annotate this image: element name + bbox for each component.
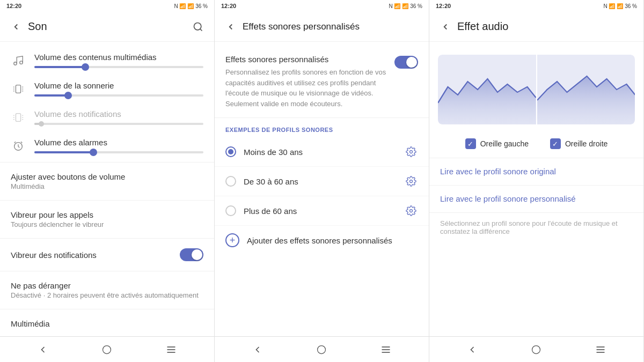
panel-header-3: Effet audio (429, 12, 643, 42)
signal-icons-1: N 📶 📶 (174, 3, 194, 9)
status-time-2: 12:20 (221, 3, 236, 9)
profile-30a60[interactable]: De 30 à 60 ans (215, 167, 429, 196)
svg-point-2 (14, 62, 17, 65)
add-label: Ajouter des effets sonores personnalisés (247, 236, 392, 245)
volume-alarmes-slider[interactable] (34, 151, 203, 153)
effets-description: Effets sonores personnalisés Personnalis… (215, 46, 429, 118)
svg-rect-11 (16, 113, 20, 121)
svg-marker-32 (438, 79, 536, 124)
volume-sonnerie-slider[interactable] (34, 94, 203, 97)
svg-line-19 (14, 142, 16, 143)
svg-point-27 (410, 210, 413, 212)
vibreur-notifications-toggle[interactable] (180, 248, 203, 261)
gear-plus60-icon[interactable] (404, 204, 418, 218)
status-bar-1: 12:20 N 📶 📶 36 % (0, 0, 214, 12)
svg-line-20 (21, 142, 22, 143)
gear-30a60-icon[interactable] (404, 174, 418, 188)
svg-point-26 (410, 180, 413, 183)
add-circle-icon[interactable]: + (225, 233, 239, 247)
svg-point-3 (20, 61, 23, 64)
effets-title: Effets sonores personnalisés (225, 55, 388, 64)
nav-back-1[interactable] (33, 340, 53, 359)
page-title-effets: Effets sonores personnalisés (243, 21, 420, 32)
battery-3: 36 % (625, 3, 637, 9)
status-right-3: N 📶 📶 36 % (603, 3, 637, 9)
ear-right-item[interactable]: ✓ Oreille droite (550, 138, 608, 149)
ajuster-title: Ajuster avec boutons de volume (11, 172, 203, 181)
panel-content-3: ✓ Oreille gauche ✓ Oreille droite Lire a… (429, 42, 643, 336)
volume-multimedia-slider[interactable] (34, 66, 203, 68)
nav-menu-1[interactable] (162, 340, 181, 359)
link-personnalise-text[interactable]: Lire avec le profil sonore personnalisé (440, 194, 576, 203)
profile-moins30-left: Moins de 30 ans (225, 146, 303, 157)
add-effets[interactable]: + Ajouter des effets sonores personnalis… (215, 226, 429, 255)
svg-line-1 (200, 28, 202, 31)
hint-text: Sélectionnez un profil sonore pour l'éco… (429, 212, 643, 242)
back-button-2[interactable] (223, 19, 238, 34)
volume-sonnerie-label: Volume de la sonnerie (34, 81, 203, 90)
effets-desc-text-block: Effets sonores personnalisés Personnalis… (225, 55, 388, 109)
volume-multimedia-controls: Volume des contenus multimédias (34, 53, 203, 68)
nav-home-2[interactable] (312, 340, 331, 359)
divider-3 (0, 238, 214, 239)
profile-plus60[interactable]: Plus de 60 ans (215, 196, 429, 226)
status-bar-3: 12:20 N 📶 📶 36 % (429, 0, 643, 12)
settings-multimedia-bottom[interactable]: Multimédia (0, 312, 214, 336)
volume-multimedia: Volume des contenus multimédias (0, 46, 214, 75)
profile-30a60-left: De 30 à 60 ans (225, 176, 298, 187)
divider-4 (0, 271, 214, 271)
svg-point-21 (103, 345, 111, 353)
gear-moins30-icon[interactable] (404, 145, 418, 159)
svg-point-0 (194, 23, 201, 29)
settings-vibreur-appels[interactable]: Vibreur pour les appels Toujours déclenc… (0, 203, 214, 236)
profile-moins30[interactable]: Moins de 30 ans (215, 137, 429, 167)
nav-back-2[interactable] (248, 340, 267, 359)
ne-pas-deranger-title: Ne pas déranger (11, 281, 203, 290)
ear-left-item[interactable]: ✓ Oreille gauche (465, 138, 529, 149)
volume-notifications-label: Volume des notifications (34, 109, 203, 119)
ear-checkboxes: ✓ Oreille gauche ✓ Oreille droite (429, 133, 643, 158)
bell-icon (11, 110, 26, 125)
ear-left-checkbox[interactable]: ✓ (465, 138, 476, 149)
search-button[interactable] (191, 19, 206, 34)
link-original[interactable]: Lire avec le profil sonore original (429, 158, 643, 185)
radio-plus60[interactable] (225, 205, 236, 216)
ear-right-checkbox[interactable]: ✓ (550, 138, 561, 149)
radio-moins30[interactable] (225, 146, 236, 157)
chart-right (537, 55, 635, 124)
nav-menu-2[interactable] (376, 340, 396, 359)
vibreur-appels-sub: Toujours déclencher le vibreur (11, 220, 203, 228)
settings-ajuster[interactable]: Ajuster avec boutons de volume Multimédi… (0, 165, 214, 198)
radio-30a60[interactable] (225, 176, 236, 187)
panel-content-2: Effets sonores personnalisés Personnalis… (215, 42, 429, 336)
svg-point-28 (318, 345, 326, 353)
panel-header-2: Effets sonores personnalisés (215, 12, 429, 42)
settings-ne-pas-deranger[interactable]: Ne pas déranger Désactivé · 2 horaires p… (0, 274, 214, 307)
nav-menu-3[interactable] (591, 340, 610, 359)
volume-notifications-slider[interactable] (34, 123, 203, 125)
signal-icons-3: N 📶 📶 (603, 3, 623, 9)
audio-chart (438, 55, 635, 124)
vibreur-appels-title: Vibreur pour les appels (11, 210, 203, 219)
ear-right-label: Oreille droite (565, 139, 608, 148)
back-button-3[interactable] (438, 19, 453, 34)
svg-marker-33 (537, 76, 635, 124)
signal-icons-2: N 📶 📶 (389, 3, 408, 9)
panel-effet-audio: 12:20 N 📶 📶 36 % Effet audio (429, 0, 644, 362)
nav-home-1[interactable] (97, 340, 116, 359)
divider-5 (0, 309, 214, 309)
effets-toggle[interactable] (394, 56, 418, 69)
ajuster-sub: Multimédia (11, 182, 203, 190)
back-button-1[interactable] (9, 19, 24, 34)
link-original-text[interactable]: Lire avec le profil sonore original (440, 167, 556, 176)
alarm-icon (11, 138, 26, 153)
volume-alarmes: Volume des alarmes (0, 131, 214, 160)
volume-alarmes-controls: Volume des alarmes (34, 138, 203, 153)
volume-sonnerie-controls: Volume de la sonnerie (34, 81, 203, 97)
vibrate-icon (11, 82, 26, 97)
status-time-1: 12:20 (6, 3, 21, 9)
link-personnalise[interactable]: Lire avec le profil sonore personnalisé (429, 185, 643, 212)
nav-back-3[interactable] (463, 340, 482, 359)
nav-home-3[interactable] (526, 340, 546, 359)
battery-1: 36 % (195, 3, 208, 9)
